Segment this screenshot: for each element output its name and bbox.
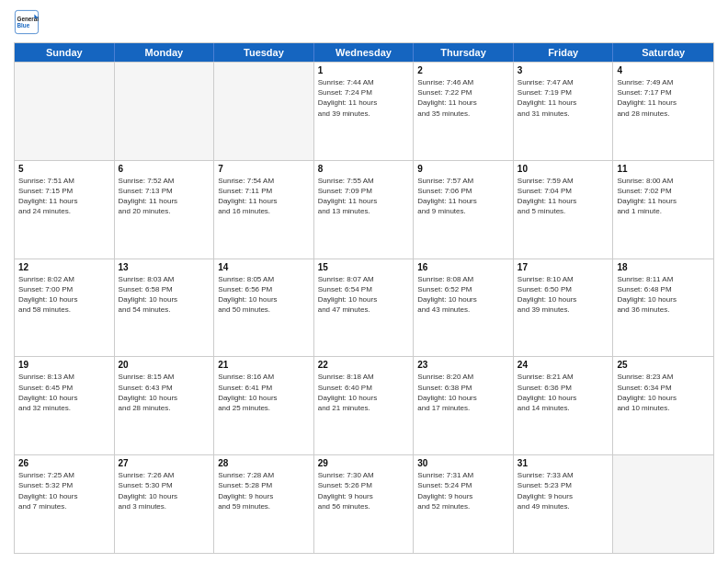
logo-icon: General Blue (14, 9, 40, 35)
cell-info: Sunrise: 8:11 AM Sunset: 6:48 PM Dayligh… (617, 274, 710, 316)
day-header: Saturday (613, 43, 713, 62)
cell-info: Sunrise: 7:55 AM Sunset: 7:09 PM Dayligh… (318, 176, 410, 217)
cell-info: Sunrise: 8:23 AM Sunset: 6:34 PM Dayligh… (617, 372, 710, 413)
calendar-cell: 17Sunrise: 8:10 AM Sunset: 6:50 PM Dayli… (514, 259, 614, 357)
day-header: Monday (115, 43, 215, 62)
page: General Blue SundayMondayTuesdayWednesda… (0, 0, 728, 563)
calendar-cell: 25Sunrise: 8:23 AM Sunset: 6:34 PM Dayli… (613, 357, 713, 454)
day-number: 17 (518, 262, 609, 272)
cell-info: Sunrise: 8:03 AM Sunset: 6:58 PM Dayligh… (119, 274, 210, 316)
cell-info: Sunrise: 8:00 AM Sunset: 7:02 PM Dayligh… (617, 176, 710, 217)
cell-info: Sunrise: 7:44 AM Sunset: 7:24 PM Dayligh… (318, 77, 410, 119)
day-number: 21 (218, 360, 310, 370)
day-number: 2 (417, 65, 509, 75)
cell-info: Sunrise: 8:05 AM Sunset: 6:56 PM Dayligh… (218, 274, 310, 316)
logo: General Blue (14, 9, 40, 35)
calendar-cell: 7Sunrise: 7:54 AM Sunset: 7:11 PM Daylig… (214, 161, 314, 259)
calendar-cell: 28Sunrise: 7:28 AM Sunset: 5:28 PM Dayli… (214, 455, 314, 553)
day-number: 19 (18, 360, 110, 370)
calendar-cell: 1Sunrise: 7:44 AM Sunset: 7:24 PM Daylig… (314, 63, 415, 160)
cell-info: Sunrise: 7:28 AM Sunset: 5:28 PM Dayligh… (218, 470, 310, 511)
cell-info: Sunrise: 7:52 AM Sunset: 7:13 PM Dayligh… (119, 176, 210, 217)
calendar-cell: 27Sunrise: 7:26 AM Sunset: 5:30 PM Dayli… (115, 455, 215, 553)
day-number: 3 (518, 65, 609, 75)
day-number: 6 (119, 164, 210, 174)
calendar-cell: 31Sunrise: 7:33 AM Sunset: 5:23 PM Dayli… (514, 455, 614, 553)
day-number: 20 (119, 360, 210, 370)
calendar-cell: 9Sunrise: 7:57 AM Sunset: 7:06 PM Daylig… (414, 161, 514, 259)
cell-info: Sunrise: 8:18 AM Sunset: 6:40 PM Dayligh… (318, 372, 410, 413)
cell-info: Sunrise: 7:26 AM Sunset: 5:30 PM Dayligh… (119, 470, 210, 511)
calendar-cell: 20Sunrise: 8:15 AM Sunset: 6:43 PM Dayli… (115, 357, 215, 454)
day-number: 18 (617, 262, 710, 272)
day-number: 11 (617, 164, 710, 174)
day-header: Tuesday (214, 43, 314, 62)
cell-info: Sunrise: 7:46 AM Sunset: 7:22 PM Dayligh… (417, 77, 509, 119)
cell-info: Sunrise: 8:15 AM Sunset: 6:43 PM Dayligh… (119, 372, 210, 413)
calendar-cell: 29Sunrise: 7:30 AM Sunset: 5:26 PM Dayli… (314, 455, 415, 553)
day-number: 15 (318, 262, 410, 272)
calendar-cell: 19Sunrise: 8:13 AM Sunset: 6:45 PM Dayli… (15, 357, 115, 454)
day-number: 28 (218, 458, 310, 468)
calendar-row: 26Sunrise: 7:25 AM Sunset: 5:32 PM Dayli… (15, 454, 713, 553)
cell-info: Sunrise: 7:54 AM Sunset: 7:11 PM Dayligh… (218, 176, 310, 217)
calendar-cell: 8Sunrise: 7:55 AM Sunset: 7:09 PM Daylig… (314, 161, 415, 259)
calendar-row: 19Sunrise: 8:13 AM Sunset: 6:45 PM Dayli… (15, 356, 713, 454)
day-number: 1 (318, 65, 410, 75)
calendar-cell (214, 63, 314, 160)
calendar-cell: 11Sunrise: 8:00 AM Sunset: 7:02 PM Dayli… (613, 161, 713, 259)
day-number: 25 (617, 360, 710, 370)
cell-info: Sunrise: 7:49 AM Sunset: 7:17 PM Dayligh… (617, 77, 710, 119)
calendar-cell: 4Sunrise: 7:49 AM Sunset: 7:17 PM Daylig… (613, 63, 713, 160)
day-header: Sunday (15, 43, 115, 62)
day-number: 23 (417, 360, 509, 370)
calendar-cell: 23Sunrise: 8:20 AM Sunset: 6:38 PM Dayli… (414, 357, 514, 454)
day-number: 27 (119, 458, 210, 468)
calendar-cell (115, 63, 215, 160)
day-number: 13 (119, 262, 210, 272)
day-number: 7 (218, 164, 310, 174)
day-header: Friday (514, 43, 614, 62)
cell-info: Sunrise: 7:31 AM Sunset: 5:24 PM Dayligh… (417, 470, 509, 511)
calendar-cell: 13Sunrise: 8:03 AM Sunset: 6:58 PM Dayli… (115, 259, 215, 357)
calendar-cell: 24Sunrise: 8:21 AM Sunset: 6:36 PM Dayli… (514, 357, 614, 454)
calendar-cell: 5Sunrise: 7:51 AM Sunset: 7:15 PM Daylig… (15, 161, 115, 259)
day-number: 8 (318, 164, 410, 174)
day-header: Thursday (414, 43, 514, 62)
calendar-row: 1Sunrise: 7:44 AM Sunset: 7:24 PM Daylig… (15, 62, 713, 160)
cell-info: Sunrise: 8:13 AM Sunset: 6:45 PM Dayligh… (18, 372, 110, 413)
day-number: 16 (417, 262, 509, 272)
calendar-cell: 18Sunrise: 8:11 AM Sunset: 6:48 PM Dayli… (613, 259, 713, 357)
calendar-row: 12Sunrise: 8:02 AM Sunset: 7:00 PM Dayli… (15, 259, 713, 357)
day-number: 22 (318, 360, 410, 370)
cell-info: Sunrise: 7:25 AM Sunset: 5:32 PM Dayligh… (18, 470, 110, 511)
calendar-cell: 10Sunrise: 7:59 AM Sunset: 7:04 PM Dayli… (514, 161, 614, 259)
calendar-cell: 26Sunrise: 7:25 AM Sunset: 5:32 PM Dayli… (15, 455, 115, 553)
calendar-cell (613, 455, 713, 553)
cell-info: Sunrise: 7:51 AM Sunset: 7:15 PM Dayligh… (18, 176, 110, 217)
day-number: 31 (518, 458, 609, 468)
cell-info: Sunrise: 8:21 AM Sunset: 6:36 PM Dayligh… (518, 372, 609, 413)
day-number: 10 (518, 164, 609, 174)
calendar-row: 5Sunrise: 7:51 AM Sunset: 7:15 PM Daylig… (15, 160, 713, 259)
calendar-cell: 12Sunrise: 8:02 AM Sunset: 7:00 PM Dayli… (15, 259, 115, 357)
day-number: 4 (617, 65, 710, 75)
cell-info: Sunrise: 7:30 AM Sunset: 5:26 PM Dayligh… (318, 470, 410, 511)
cell-info: Sunrise: 7:57 AM Sunset: 7:06 PM Dayligh… (417, 176, 509, 217)
calendar-cell: 21Sunrise: 8:16 AM Sunset: 6:41 PM Dayli… (214, 357, 314, 454)
calendar-grid: 1Sunrise: 7:44 AM Sunset: 7:24 PM Daylig… (15, 62, 713, 553)
day-number: 29 (318, 458, 410, 468)
day-number: 9 (417, 164, 509, 174)
svg-text:Blue: Blue (17, 22, 30, 29)
cell-info: Sunrise: 8:02 AM Sunset: 7:00 PM Dayligh… (18, 274, 110, 316)
cell-info: Sunrise: 8:16 AM Sunset: 6:41 PM Dayligh… (218, 372, 310, 413)
calendar-cell: 2Sunrise: 7:46 AM Sunset: 7:22 PM Daylig… (414, 63, 514, 160)
day-number: 14 (218, 262, 310, 272)
cell-info: Sunrise: 8:10 AM Sunset: 6:50 PM Dayligh… (518, 274, 609, 316)
calendar-cell: 6Sunrise: 7:52 AM Sunset: 7:13 PM Daylig… (115, 161, 215, 259)
cell-info: Sunrise: 7:47 AM Sunset: 7:19 PM Dayligh… (518, 77, 609, 119)
cell-info: Sunrise: 7:33 AM Sunset: 5:23 PM Dayligh… (518, 470, 609, 511)
day-number: 5 (18, 164, 110, 174)
calendar-cell: 16Sunrise: 8:08 AM Sunset: 6:52 PM Dayli… (414, 259, 514, 357)
cell-info: Sunrise: 8:20 AM Sunset: 6:38 PM Dayligh… (417, 372, 509, 413)
